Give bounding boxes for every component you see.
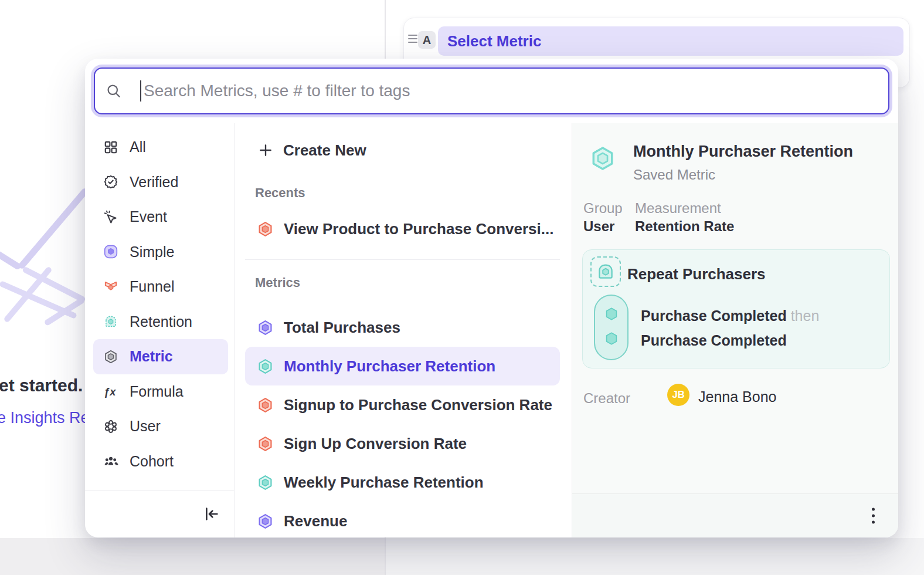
creator-label: Creator <box>583 390 630 407</box>
recents-heading: Recents <box>245 185 560 201</box>
step-1-label: Purchase Completed <box>641 307 787 324</box>
verified-badge-icon <box>103 174 118 190</box>
detail-subtitle: Saved Metric <box>633 167 715 183</box>
sidebar-item-label: Funnel <box>130 278 174 295</box>
formula-fx-icon: ƒx <box>103 384 118 399</box>
sidebar-item-simple[interactable]: Simple <box>93 235 228 270</box>
group-label: Group <box>583 200 623 217</box>
cursor-sparkle-icon <box>103 209 118 225</box>
sidebar-item-all[interactable]: All <box>93 130 228 165</box>
background-strip-right <box>386 538 924 575</box>
funnel-hexagon-icon <box>103 279 118 295</box>
sidebar-item-label: Simple <box>130 243 174 261</box>
sidebar-item-label: User <box>130 418 161 435</box>
sidebar-item-label: Event <box>130 208 167 225</box>
metric-item-label: Sign Up Conversion Rate <box>284 435 467 453</box>
measurement-label: Measurement <box>635 200 721 217</box>
sidebar-item-label: Formula <box>130 383 184 400</box>
retention-metric-icon <box>257 358 274 375</box>
metric-item-label: Revenue <box>284 512 347 530</box>
decorative-line <box>0 238 22 270</box>
sidebar-item-formula[interactable]: ƒx Formula <box>93 374 228 410</box>
drag-handle-icon[interactable] <box>408 35 417 43</box>
sidebar-item-event[interactable]: Event <box>93 199 228 235</box>
saved-metric-icon <box>589 145 616 172</box>
sidebar-item-label: Verified <box>130 174 178 191</box>
more-options-button[interactable] <box>869 506 877 526</box>
metric-list-item[interactable]: Total Purchases <box>245 308 560 347</box>
filter-sidebar: All Verified Event Simple Funnel <box>85 123 235 537</box>
measurement-value: Retention Rate <box>635 218 734 235</box>
retention-metric-icon <box>257 474 274 491</box>
sidebar-item-label: Retention <box>130 313 192 330</box>
sidebar-item-metric[interactable]: Metric <box>93 339 228 374</box>
sidebar-item-verified[interactable]: Verified <box>93 165 228 200</box>
plus-icon <box>258 143 273 158</box>
background-heading-fragment: et started. <box>0 376 83 395</box>
sidebar-divider <box>85 490 234 491</box>
definition-step-2: Purchase Completed <box>641 332 787 349</box>
metric-item-label: Total Purchases <box>284 319 400 337</box>
metric-detail-panel: Monthly Purchaser Retention Saved Metric… <box>572 123 898 537</box>
definition-step-1: Purchase Completed then <box>641 307 819 324</box>
metric-list: Total Purchases Monthly Purchaser Retent… <box>235 308 572 537</box>
metric-definition-card: Repeat Purchasers Purchase Completed the… <box>582 249 890 368</box>
sidebar-item-label: Metric <box>130 348 173 365</box>
collapse-sidebar-button[interactable] <box>202 505 221 523</box>
step-connector: then <box>791 307 820 324</box>
search-icon <box>106 83 122 99</box>
detail-title: Monthly Purchaser Retention <box>633 143 853 161</box>
metric-picker-modal: All Verified Event Simple Funnel <box>85 59 898 537</box>
metric-list-item-selected[interactable]: Monthly Purchaser Retention <box>245 347 560 385</box>
create-new-button[interactable]: Create New <box>245 138 560 162</box>
step-hexagon-icon <box>603 330 620 347</box>
grid-icon <box>103 140 118 155</box>
collapse-panel-icon <box>202 505 221 523</box>
detail-footer <box>572 493 898 537</box>
metric-list-item[interactable]: Weekly Purchase Retention <box>245 463 560 502</box>
sidebar-item-label: All <box>130 138 146 155</box>
sidebar-item-label: Cohort <box>130 453 174 470</box>
cohort-people-icon <box>103 454 118 469</box>
retention-arch-icon <box>103 314 118 329</box>
creator-avatar[interactable]: JB <box>667 384 689 406</box>
recent-item[interactable]: View Product to Purchase Conversi... <box>245 214 560 244</box>
background-link-fragment[interactable]: e Insights Re <box>0 409 90 427</box>
series-badge: A <box>418 31 436 49</box>
decorative-line <box>18 187 89 270</box>
select-metric-button[interactable]: Select Metric <box>438 26 903 56</box>
step-hexagon-icon <box>603 306 620 322</box>
sidebar-item-user[interactable]: User <box>93 409 228 444</box>
user-flower-icon <box>103 419 118 434</box>
svg-text:ƒx: ƒx <box>104 385 116 398</box>
retention-steps-capsule <box>594 295 629 360</box>
sidebar-item-funnel[interactable]: Funnel <box>93 269 228 305</box>
creator-name: Jenna Bono <box>698 388 776 405</box>
search-input[interactable] <box>141 81 888 101</box>
retention-arch-icon <box>596 262 616 282</box>
event-metric-icon <box>257 513 274 530</box>
list-divider <box>245 259 560 260</box>
group-value: User <box>583 218 614 235</box>
retention-step-icon <box>590 256 621 287</box>
screen: et started. e Insights Re A Select Metri… <box>0 0 924 575</box>
background-strip-left <box>0 538 385 575</box>
metric-item-label: Signup to Purchase Conversion Rate <box>284 396 552 414</box>
definition-title: Repeat Purchasers <box>627 265 766 283</box>
metric-item-label: Weekly Purchase Retention <box>284 473 484 492</box>
metric-list-item[interactable]: Signup to Purchase Conversion Rate <box>245 385 560 424</box>
metric-hexagon-icon <box>103 349 118 364</box>
sidebar-item-retention[interactable]: Retention <box>93 305 228 340</box>
search-box[interactable] <box>94 67 889 114</box>
funnel-metric-icon <box>257 221 274 238</box>
sidebar-item-cohort[interactable]: Cohort <box>93 444 228 479</box>
event-metric-icon <box>257 319 274 336</box>
simple-hexagon-icon <box>103 244 118 259</box>
metric-item-label: Monthly Purchaser Retention <box>284 357 495 376</box>
funnel-metric-icon <box>257 397 274 414</box>
metric-list-item[interactable]: Sign Up Conversion Rate <box>245 424 560 463</box>
metric-list-item[interactable]: Revenue <box>245 502 560 537</box>
metric-list-column: Create New Recents View Product to Purch… <box>235 123 572 537</box>
create-new-label: Create New <box>283 141 366 160</box>
recent-item-label: View Product to Purchase Conversi... <box>284 220 553 238</box>
